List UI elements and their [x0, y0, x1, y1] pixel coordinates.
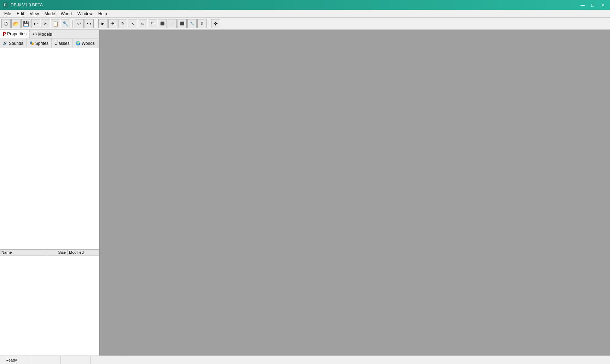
- menu-item-view[interactable]: View: [27, 11, 42, 17]
- menu-item-mode[interactable]: Mode: [42, 11, 58, 17]
- col-header-modified: Modified: [68, 249, 99, 255]
- tab-classes[interactable]: Classes: [52, 39, 73, 48]
- col-header-size: Size: [46, 249, 68, 255]
- title-bar-left: D DEdit V1.0 BETA: [3, 2, 43, 8]
- toolbar-brush-button[interactable]: ▭: [138, 19, 147, 28]
- worlds-icon: 🌍: [76, 41, 81, 46]
- minimize-button[interactable]: —: [578, 1, 587, 8]
- file-list-header: Name Size Modified: [0, 249, 99, 256]
- toolbar-move-button[interactable]: ✥: [108, 19, 117, 28]
- left-panel: P Properties ⚙ Models 🔊 Sounds 🎭 Sprites…: [0, 30, 100, 356]
- file-list-body[interactable]: [0, 256, 99, 356]
- toolbar-open-button[interactable]: 📂: [11, 19, 21, 28]
- menu-bar: FileEditViewModeWorldWindowHelp: [0, 10, 610, 18]
- toolbar-paste-button[interactable]: 📋: [51, 19, 60, 28]
- status-section-2: [62, 356, 91, 364]
- toolbar-tool3-button[interactable]: ⬜: [168, 19, 177, 28]
- app-icon: D: [3, 2, 8, 8]
- sounds-icon: 🔊: [3, 41, 8, 46]
- toolbar: 🗋 📂 💾 ↩ ✂ 📋 🔧 ↩ ↪ ▶ ✥ ↻ ⤡ ▭ ⬚ ⬛ ⬜ ⬛ 🔧 ⚙ …: [0, 18, 610, 30]
- maximize-button[interactable]: □: [588, 1, 597, 8]
- tabs-row2: 🔊 Sounds 🎭 Sprites Classes 🌍 Worlds 🖼 Te…: [0, 39, 99, 48]
- status-section-3: [92, 356, 120, 364]
- sprites-icon: 🎭: [29, 41, 34, 46]
- toolbar-cut-button[interactable]: ✂: [41, 19, 50, 28]
- menu-item-file[interactable]: File: [1, 11, 14, 17]
- toolbar-sep-2: [96, 20, 96, 28]
- toolbar-undo-button[interactable]: ↩: [75, 19, 84, 28]
- toolbar-save-button[interactable]: 💾: [21, 19, 30, 28]
- menu-item-window[interactable]: Window: [75, 11, 95, 17]
- resource-panel: [0, 48, 99, 249]
- tab-classes-label: Classes: [54, 41, 70, 46]
- tab-properties-label: Properties: [7, 31, 27, 36]
- status-section-1: [33, 356, 61, 364]
- status-bar: Ready: [0, 356, 610, 364]
- title-bar: D DEdit V1.0 BETA — □ ✕: [0, 0, 610, 10]
- file-panel: Name Size Modified: [0, 249, 99, 356]
- tab-worlds[interactable]: 🌍 Worlds: [73, 39, 98, 48]
- svg-text:D: D: [4, 3, 6, 7]
- title-bar-text: DEdit V1.0 BETA: [11, 2, 43, 7]
- viewport: [100, 30, 610, 356]
- properties-icon: P: [3, 31, 6, 37]
- menu-item-help[interactable]: Help: [95, 11, 110, 17]
- toolbar-crosshair-button[interactable]: ✛: [211, 19, 220, 28]
- tab-properties[interactable]: P Properties: [0, 30, 30, 39]
- toolbar-settings-button[interactable]: 🔧: [61, 19, 70, 28]
- toolbar-tool2-button[interactable]: ⬛: [158, 19, 167, 28]
- tab-sounds[interactable]: 🔊 Sounds: [0, 39, 27, 48]
- tab-sounds-label: Sounds: [9, 41, 23, 46]
- tab-sprites-label: Sprites: [35, 41, 48, 46]
- tab-models[interactable]: ⚙ Models: [30, 30, 55, 39]
- col-header-name: Name: [0, 249, 46, 255]
- toolbar-scale-button[interactable]: ⤡: [128, 19, 137, 28]
- toolbar-sep-3: [209, 20, 209, 28]
- tab-models-label: Models: [38, 32, 52, 37]
- menu-item-edit[interactable]: Edit: [14, 11, 27, 17]
- close-button[interactable]: ✕: [598, 1, 607, 8]
- toolbar-refresh-button[interactable]: ↩: [31, 19, 40, 28]
- status-ready: Ready: [3, 356, 31, 364]
- main-layout: P Properties ⚙ Models 🔊 Sounds 🎭 Sprites…: [0, 30, 610, 356]
- toolbar-sep-1: [72, 20, 72, 28]
- tab-sprites[interactable]: 🎭 Sprites: [27, 39, 52, 48]
- toolbar-tool4-button[interactable]: ⬛: [178, 19, 187, 28]
- tabs-row1: P Properties ⚙ Models: [0, 30, 99, 39]
- toolbar-rotate-button[interactable]: ↻: [118, 19, 127, 28]
- toolbar-tool1-button[interactable]: ⬚: [148, 19, 157, 28]
- toolbar-tool5-button[interactable]: 🔧: [187, 19, 197, 28]
- models-icon: ⚙: [33, 31, 37, 37]
- toolbar-new-button[interactable]: 🗋: [1, 19, 11, 28]
- title-bar-controls: — □ ✕: [578, 1, 607, 8]
- toolbar-tool6-button[interactable]: ⚙: [197, 19, 207, 28]
- toolbar-redo-button[interactable]: ↪: [85, 19, 94, 28]
- toolbar-select-button[interactable]: ▶: [98, 19, 108, 28]
- tab-worlds-label: Worlds: [82, 41, 95, 46]
- menu-item-world[interactable]: World: [58, 11, 75, 17]
